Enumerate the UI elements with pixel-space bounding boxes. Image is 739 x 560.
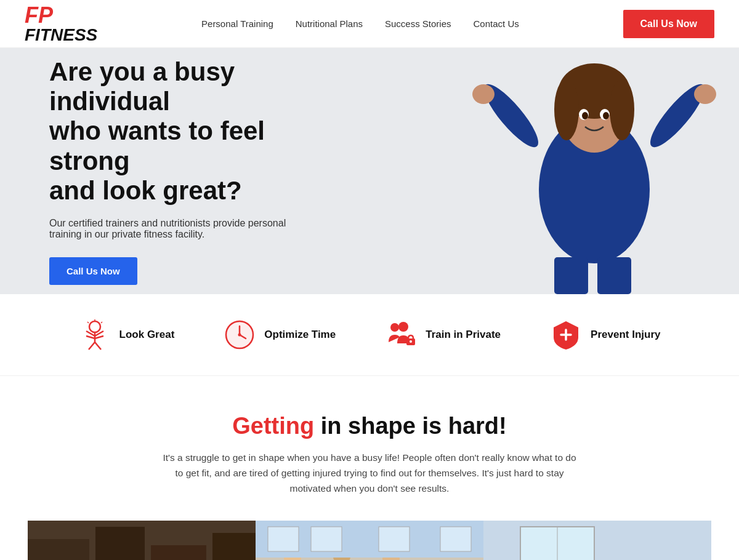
look-great-label: Look Great [119, 329, 175, 341]
svg-rect-48 [151, 545, 206, 560]
optimize-time-label: Optimize Time [264, 329, 336, 341]
svg-point-32 [238, 334, 241, 337]
person-star-icon [79, 319, 111, 351]
svg-rect-64 [311, 527, 342, 551]
nav-nutritional-plans[interactable]: Nutritional Plans [296, 18, 363, 29]
main-nav: Personal Training Nutritional Plans Succ… [201, 18, 519, 29]
svg-rect-68 [483, 521, 711, 560]
svg-point-13 [472, 84, 495, 104]
svg-point-14 [694, 84, 716, 104]
photo-group-people [483, 521, 711, 560]
feature-optimize-time: Optimize Time [224, 319, 336, 351]
photo-busy-street [28, 521, 256, 560]
svg-point-11 [582, 112, 588, 119]
shape-section: Getting in shape is hard! It's a struggl… [0, 376, 739, 560]
svg-line-22 [95, 336, 103, 338]
svg-rect-63 [268, 527, 299, 551]
hero-content: Are you a busy individual who wants to f… [0, 57, 345, 285]
svg-rect-15 [554, 257, 588, 294]
svg-rect-16 [597, 257, 631, 294]
feature-train-private: Train in Private [385, 319, 501, 351]
nav-contact-us[interactable]: Contact Us [474, 18, 519, 29]
features-bar: Look Great Optimize Time Train in Privat… [0, 294, 739, 376]
svg-point-34 [398, 322, 408, 332]
svg-point-17 [89, 321, 100, 332]
hero-section: Are you a busy individual who wants to f… [0, 48, 739, 294]
train-private-label: Train in Private [426, 329, 501, 341]
svg-point-33 [390, 323, 399, 332]
svg-line-27 [87, 322, 89, 323]
svg-rect-66 [440, 527, 471, 551]
clock-icon [224, 319, 256, 351]
svg-line-20 [95, 342, 101, 350]
hero-woman-svg [357, 48, 739, 294]
header-cta-button[interactable]: Call Us Now [623, 10, 714, 38]
shape-description: It's a struggle to get in shape when you… [160, 450, 579, 496]
svg-point-7 [554, 79, 579, 140]
people-lock-icon [385, 319, 417, 351]
logo-link[interactable]: FP FITNESS [25, 4, 97, 44]
nav-personal-training[interactable]: Personal Training [201, 18, 273, 29]
svg-point-12 [603, 112, 609, 119]
nav-success-stories[interactable]: Success Stories [385, 18, 451, 29]
svg-rect-65 [379, 527, 410, 551]
hero-heading: Are you a busy individual who wants to f… [49, 57, 345, 206]
hero-image [357, 48, 739, 294]
shape-heading: Getting in shape is hard! [25, 413, 714, 439]
prevent-injury-label: Prevent Injury [591, 329, 660, 341]
logo-fp: FP [25, 2, 53, 28]
hero-cta-button[interactable]: Call Us Now [49, 257, 137, 285]
svg-line-21 [86, 336, 95, 338]
feature-prevent-injury: Prevent Injury [550, 319, 660, 351]
shape-heading-highlight: Getting [232, 413, 314, 439]
svg-point-8 [610, 79, 634, 140]
shape-heading-rest: in shape is hard! [314, 413, 507, 439]
svg-rect-47 [95, 527, 145, 560]
logo-fitness: FITNESS [25, 26, 97, 44]
svg-rect-46 [28, 539, 89, 560]
svg-line-26 [101, 322, 102, 323]
svg-point-36 [410, 340, 412, 343]
photo-gym-treadmill [256, 521, 483, 560]
svg-rect-49 [212, 533, 256, 560]
logo: FP FITNESS [25, 4, 97, 44]
hero-description: Our certified trainers and nutritionists… [49, 218, 314, 240]
svg-line-19 [89, 342, 95, 350]
site-header: FP FITNESS Personal Training Nutritional… [0, 0, 739, 48]
feature-look-great: Look Great [79, 319, 175, 351]
photos-row [25, 521, 714, 560]
shield-plus-icon [550, 319, 582, 351]
